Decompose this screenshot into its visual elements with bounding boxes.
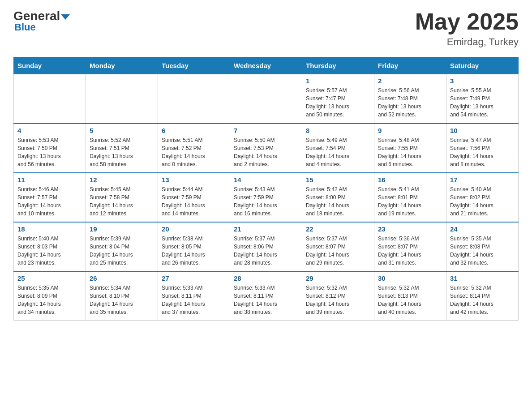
header-cell-tuesday: Tuesday [158,57,230,74]
day-info: Sunrise: 5:39 AMSunset: 8:04 PMDaylight:… [90,235,154,267]
day-number: 4 [17,127,82,134]
day-cell: 16Sunrise: 5:41 AMSunset: 8:01 PMDayligh… [374,173,446,222]
day-info: Sunrise: 5:53 AMSunset: 7:50 PMDaylight:… [17,136,82,168]
week-row-2: 4Sunrise: 5:53 AMSunset: 7:50 PMDaylight… [14,124,519,173]
day-cell: 31Sunrise: 5:32 AMSunset: 8:14 PMDayligh… [446,271,519,321]
day-number: 15 [306,176,370,184]
day-info: Sunrise: 5:45 AMSunset: 7:58 PMDaylight:… [90,185,154,218]
day-cell: 21Sunrise: 5:37 AMSunset: 8:06 PMDayligh… [230,222,302,271]
day-number: 16 [378,176,442,184]
day-number: 23 [378,225,442,233]
logo-arrow-icon [61,14,70,20]
day-cell: 5Sunrise: 5:52 AMSunset: 7:51 PMDaylight… [86,124,158,173]
day-number: 1 [306,77,370,85]
header-cell-sunday: Sunday [14,57,86,74]
day-info: Sunrise: 5:32 AMSunset: 8:14 PMDaylight:… [450,284,515,316]
day-number: 24 [450,225,515,233]
day-info: Sunrise: 5:35 AMSunset: 8:08 PMDaylight:… [450,235,515,267]
day-info: Sunrise: 5:42 AMSunset: 8:00 PMDaylight:… [306,185,370,218]
day-cell: 4Sunrise: 5:53 AMSunset: 7:50 PMDaylight… [14,124,86,173]
day-cell: 30Sunrise: 5:32 AMSunset: 8:13 PMDayligh… [374,271,446,321]
day-number: 13 [162,176,226,184]
header-cell-monday: Monday [86,57,158,74]
day-info: Sunrise: 5:35 AMSunset: 8:09 PMDaylight:… [17,284,82,316]
day-number: 21 [234,225,298,233]
day-cell: 8Sunrise: 5:49 AMSunset: 7:54 PMDaylight… [302,124,374,173]
calendar-table: SundayMondayTuesdayWednesdayThursdayFrid… [13,57,519,321]
day-cell: 19Sunrise: 5:39 AMSunset: 8:04 PMDayligh… [86,222,158,271]
day-info: Sunrise: 5:43 AMSunset: 7:59 PMDaylight:… [234,185,298,218]
day-info: Sunrise: 5:52 AMSunset: 7:51 PMDaylight:… [90,136,154,168]
day-info: Sunrise: 5:37 AMSunset: 8:07 PMDaylight:… [306,235,370,267]
day-cell: 12Sunrise: 5:45 AMSunset: 7:58 PMDayligh… [86,173,158,222]
header-row: SundayMondayTuesdayWednesdayThursdayFrid… [14,57,519,74]
day-cell: 26Sunrise: 5:34 AMSunset: 8:10 PMDayligh… [86,271,158,321]
day-cell: 15Sunrise: 5:42 AMSunset: 8:00 PMDayligh… [302,173,374,222]
day-number: 6 [162,127,226,134]
day-number: 26 [90,274,154,282]
day-number: 27 [162,274,226,282]
day-number: 18 [17,225,82,233]
day-info: Sunrise: 5:37 AMSunset: 8:06 PMDaylight:… [234,235,298,267]
day-number: 14 [234,176,298,184]
day-cell: 9Sunrise: 5:48 AMSunset: 7:55 PMDaylight… [374,124,446,173]
day-info: Sunrise: 5:38 AMSunset: 8:05 PMDaylight:… [162,235,226,267]
day-number: 2 [378,77,442,85]
page-header: General Blue May 2025 Emirdag, Turkey [13,9,519,48]
day-number: 17 [450,176,515,184]
day-cell: 14Sunrise: 5:43 AMSunset: 7:59 PMDayligh… [230,173,302,222]
header-cell-friday: Friday [374,57,446,74]
day-info: Sunrise: 5:33 AMSunset: 8:11 PMDaylight:… [162,284,226,316]
day-cell: 25Sunrise: 5:35 AMSunset: 8:09 PMDayligh… [14,271,86,321]
header-cell-wednesday: Wednesday [230,57,302,74]
week-row-5: 25Sunrise: 5:35 AMSunset: 8:09 PMDayligh… [14,271,519,321]
calendar-body: 1Sunrise: 5:57 AMSunset: 7:47 PMDaylight… [14,74,519,321]
day-info: Sunrise: 5:44 AMSunset: 7:59 PMDaylight:… [162,185,226,218]
day-info: Sunrise: 5:49 AMSunset: 7:54 PMDaylight:… [306,136,370,168]
day-number: 29 [306,274,370,282]
day-cell: 17Sunrise: 5:40 AMSunset: 8:02 PMDayligh… [446,173,519,222]
day-cell [14,74,86,124]
day-cell: 6Sunrise: 5:51 AMSunset: 7:52 PMDaylight… [158,124,230,173]
day-info: Sunrise: 5:47 AMSunset: 7:56 PMDaylight:… [450,136,515,168]
week-row-1: 1Sunrise: 5:57 AMSunset: 7:47 PMDaylight… [14,74,519,124]
day-number: 10 [450,127,515,134]
day-number: 22 [306,225,370,233]
day-cell: 10Sunrise: 5:47 AMSunset: 7:56 PMDayligh… [446,124,519,173]
day-info: Sunrise: 5:51 AMSunset: 7:52 PMDaylight:… [162,136,226,168]
day-number: 9 [378,127,442,134]
day-info: Sunrise: 5:32 AMSunset: 8:12 PMDaylight:… [306,284,370,316]
day-number: 11 [17,176,82,184]
day-cell: 20Sunrise: 5:38 AMSunset: 8:05 PMDayligh… [158,222,230,271]
day-info: Sunrise: 5:40 AMSunset: 8:03 PMDaylight:… [17,235,82,267]
header-cell-saturday: Saturday [446,57,519,74]
day-cell: 7Sunrise: 5:50 AMSunset: 7:53 PMDaylight… [230,124,302,173]
logo: General Blue [13,9,70,33]
header-cell-thursday: Thursday [302,57,374,74]
day-number: 31 [450,274,515,282]
day-info: Sunrise: 5:48 AMSunset: 7:55 PMDaylight:… [378,136,442,168]
location-title: Emirdag, Turkey [415,36,519,48]
day-info: Sunrise: 5:33 AMSunset: 8:11 PMDaylight:… [234,284,298,316]
day-info: Sunrise: 5:40 AMSunset: 8:02 PMDaylight:… [450,185,515,218]
day-number: 3 [450,77,515,85]
day-number: 28 [234,274,298,282]
day-number: 12 [90,176,154,184]
day-cell: 22Sunrise: 5:37 AMSunset: 8:07 PMDayligh… [302,222,374,271]
day-info: Sunrise: 5:46 AMSunset: 7:57 PMDaylight:… [17,185,82,218]
day-number: 25 [17,274,82,282]
logo-blue: Blue [14,21,36,33]
day-number: 5 [90,127,154,134]
day-number: 8 [306,127,370,134]
day-number: 30 [378,274,442,282]
day-cell: 29Sunrise: 5:32 AMSunset: 8:12 PMDayligh… [302,271,374,321]
day-cell [230,74,302,124]
day-info: Sunrise: 5:57 AMSunset: 7:47 PMDaylight:… [306,86,370,119]
day-cell: 18Sunrise: 5:40 AMSunset: 8:03 PMDayligh… [14,222,86,271]
day-cell: 23Sunrise: 5:36 AMSunset: 8:07 PMDayligh… [374,222,446,271]
day-number: 7 [234,127,298,134]
title-section: May 2025 Emirdag, Turkey [415,9,519,48]
day-cell: 24Sunrise: 5:35 AMSunset: 8:08 PMDayligh… [446,222,519,271]
week-row-4: 18Sunrise: 5:40 AMSunset: 8:03 PMDayligh… [14,222,519,271]
day-cell: 11Sunrise: 5:46 AMSunset: 7:57 PMDayligh… [14,173,86,222]
